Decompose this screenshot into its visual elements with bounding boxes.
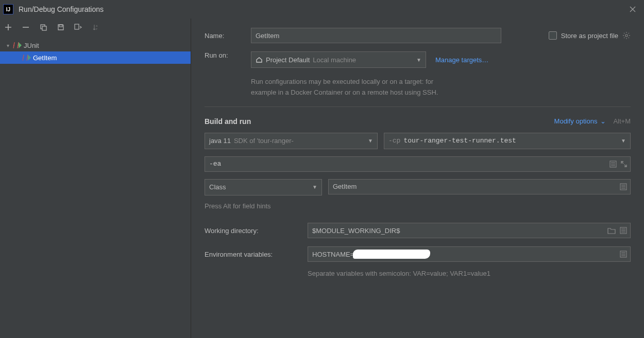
working-dir-input[interactable]: $MODULE_WORKING_DIR$ bbox=[308, 223, 631, 238]
save-icon[interactable] bbox=[56, 22, 66, 32]
env-vars-input[interactable]: HOSTNAME= bbox=[308, 246, 631, 262]
junit-icon bbox=[13, 42, 21, 48]
manage-targets-link[interactable]: Manage targets… bbox=[435, 56, 488, 64]
tree-root-junit[interactable]: ▾ JUnit bbox=[0, 39, 191, 51]
runon-value-sub: Local machine bbox=[313, 56, 356, 64]
sidebar-toolbar: az bbox=[0, 19, 191, 36]
expand-icon[interactable] bbox=[621, 161, 627, 167]
add-icon[interactable] bbox=[3, 22, 13, 32]
store-label: Store as project file bbox=[561, 32, 618, 40]
vm-options-row: -ea bbox=[205, 156, 631, 172]
copy-icon[interactable] bbox=[38, 22, 48, 32]
checkbox-icon[interactable] bbox=[549, 31, 557, 40]
close-icon[interactable] bbox=[626, 3, 639, 15]
class-input[interactable]: GetItem bbox=[328, 179, 631, 194]
cp-flag: -cp bbox=[388, 137, 400, 145]
runon-label: Run on: bbox=[205, 51, 242, 59]
config-tree: ▾ JUnit GetItem bbox=[0, 36, 191, 64]
build-run-header: Build and run Modify options ⌄ Alt+M bbox=[205, 117, 631, 126]
cp-value: tour-ranger-test-runner.test bbox=[403, 137, 516, 145]
runon-row: Run on: Project Default Local machine ▼ … bbox=[205, 51, 631, 98]
runon-value-main: Project Default bbox=[266, 56, 310, 64]
chevron-down-icon: ▼ bbox=[312, 184, 317, 190]
tree-root-label: JUnit bbox=[24, 42, 39, 49]
app-icon: IJ bbox=[3, 4, 13, 14]
svg-point-6 bbox=[625, 34, 628, 37]
junit-icon bbox=[23, 55, 30, 61]
jdk-sub: SDK of 'tour-ranger- bbox=[234, 137, 294, 145]
env-vars-label: Environment variables: bbox=[205, 251, 298, 258]
chevron-down-icon: ⌄ bbox=[600, 117, 606, 125]
tree-item-getitem[interactable]: GetItem bbox=[0, 51, 191, 64]
list-icon[interactable] bbox=[620, 183, 627, 190]
templates-icon[interactable] bbox=[73, 22, 83, 32]
field-hints-text: Press Alt for field hints bbox=[205, 201, 631, 211]
redacted-overlay bbox=[353, 250, 430, 259]
scope-class-row: Class ▼ GetItem bbox=[205, 179, 631, 195]
jdk-main: java 11 bbox=[209, 137, 231, 145]
sidebar: az ▾ JUnit GetItem bbox=[0, 19, 191, 338]
main-area: az ▾ JUnit GetItem Name: GetItem S bbox=[0, 19, 644, 338]
jdk-combo[interactable]: java 11 SDK of 'tour-ranger- ▼ bbox=[205, 133, 378, 149]
scope-value: Class bbox=[209, 183, 226, 191]
runon-hint: Run configurations may be executed local… bbox=[251, 76, 488, 98]
content-panel: Name: GetItem Store as project file Run … bbox=[191, 19, 644, 338]
folder-icon[interactable] bbox=[607, 227, 616, 234]
class-value: GetItem bbox=[333, 183, 357, 190]
runon-combo[interactable]: Project Default Local machine ▼ bbox=[251, 51, 426, 68]
env-vars-row: Environment variables: HOSTNAME= bbox=[205, 246, 631, 262]
jdk-cp-row: java 11 SDK of 'tour-ranger- ▼ -cp tour-… bbox=[205, 133, 631, 149]
name-row: Name: GetItem Store as project file bbox=[205, 28, 631, 43]
test-scope-combo[interactable]: Class ▼ bbox=[205, 179, 322, 195]
vm-options-input[interactable]: -ea bbox=[205, 156, 631, 172]
classpath-combo[interactable]: -cp tour-ranger-test-runner.test ▼ bbox=[384, 133, 631, 149]
working-dir-label: Working directory: bbox=[205, 227, 298, 235]
env-hint: Separate variables with semicolon: VAR=v… bbox=[308, 268, 631, 279]
name-input[interactable]: GetItem bbox=[251, 28, 501, 43]
modify-options-link[interactable]: Modify options bbox=[554, 117, 598, 125]
svg-rect-1 bbox=[42, 26, 46, 30]
chevron-down-icon: ▾ bbox=[5, 43, 10, 48]
env-vars-value: HOSTNAME= bbox=[312, 251, 354, 258]
chevron-down-icon: ▼ bbox=[368, 138, 373, 144]
vm-options-value: -ea bbox=[209, 160, 221, 168]
divider bbox=[205, 106, 631, 107]
titlebar: IJ Run/Debug Configurations bbox=[0, 0, 644, 19]
window-title: Run/Debug Configurations bbox=[19, 5, 626, 13]
sort-icon[interactable]: az bbox=[91, 22, 101, 32]
svg-text:z: z bbox=[96, 27, 97, 30]
list-icon[interactable] bbox=[609, 161, 617, 168]
working-dir-value: $MODULE_WORKING_DIR$ bbox=[312, 227, 400, 235]
gear-icon[interactable] bbox=[622, 31, 631, 40]
modify-shortcut: Alt+M bbox=[613, 117, 631, 125]
build-run-title: Build and run bbox=[205, 117, 251, 126]
store-as-file[interactable]: Store as project file bbox=[549, 31, 631, 40]
svg-rect-3 bbox=[75, 24, 79, 29]
list-icon[interactable] bbox=[620, 251, 627, 258]
home-icon bbox=[256, 56, 263, 63]
list-icon[interactable] bbox=[620, 227, 627, 234]
name-label: Name: bbox=[205, 32, 242, 40]
svg-rect-2 bbox=[59, 25, 62, 27]
tree-item-label: GetItem bbox=[33, 54, 57, 62]
working-dir-row: Working directory: $MODULE_WORKING_DIR$ bbox=[205, 223, 631, 238]
name-value: GetItem bbox=[256, 32, 279, 40]
chevron-down-icon: ▼ bbox=[621, 138, 626, 144]
remove-icon[interactable] bbox=[21, 22, 31, 32]
chevron-down-icon: ▼ bbox=[416, 57, 421, 63]
